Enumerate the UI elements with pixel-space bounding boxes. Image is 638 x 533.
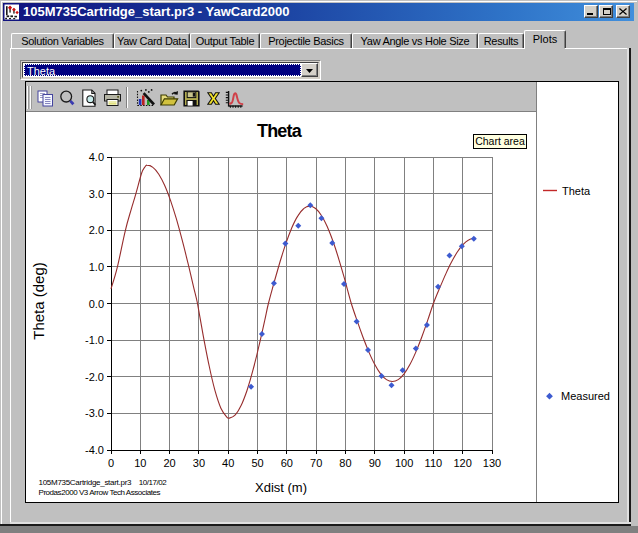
svg-text:Prodas2000 V3 Arrow Tech Assoc: Prodas2000 V3 Arrow Tech Associates (39, 488, 161, 497)
svg-text:105M735Cartridge_start.pr3: 105M735Cartridge_start.pr3 (39, 478, 133, 487)
svg-text:-3.0: -3.0 (85, 407, 104, 419)
svg-text:-2.0: -2.0 (85, 371, 104, 383)
svg-text:10/17/02: 10/17/02 (139, 478, 168, 487)
svg-text:50: 50 (251, 457, 263, 469)
svg-text:-1.0: -1.0 (85, 334, 104, 346)
svg-text:40: 40 (222, 457, 234, 469)
svg-text:120: 120 (454, 457, 472, 469)
svg-text:Theta: Theta (562, 185, 591, 197)
svg-text:30: 30 (193, 457, 205, 469)
svg-text:0: 0 (108, 457, 114, 469)
svg-text:80: 80 (339, 457, 351, 469)
svg-text:110: 110 (425, 457, 443, 469)
svg-text:Theta (deg): Theta (deg) (30, 262, 47, 340)
svg-text:-4.0: -4.0 (85, 444, 104, 456)
svg-text:0.0: 0.0 (89, 298, 104, 310)
svg-text:Measured: Measured (561, 390, 610, 402)
svg-text:1.0: 1.0 (89, 261, 104, 273)
svg-text:130: 130 (483, 457, 501, 469)
svg-text:90: 90 (369, 457, 381, 469)
svg-text:3.0: 3.0 (89, 188, 104, 200)
svg-text:2.0: 2.0 (89, 224, 104, 236)
svg-text:100: 100 (395, 457, 413, 469)
svg-text:20: 20 (163, 457, 175, 469)
svg-text:60: 60 (281, 457, 293, 469)
svg-text:10: 10 (134, 457, 146, 469)
svg-text:70: 70 (310, 457, 322, 469)
svg-text:4.0: 4.0 (89, 151, 104, 163)
svg-text:Xdist (m): Xdist (m) (255, 480, 307, 495)
